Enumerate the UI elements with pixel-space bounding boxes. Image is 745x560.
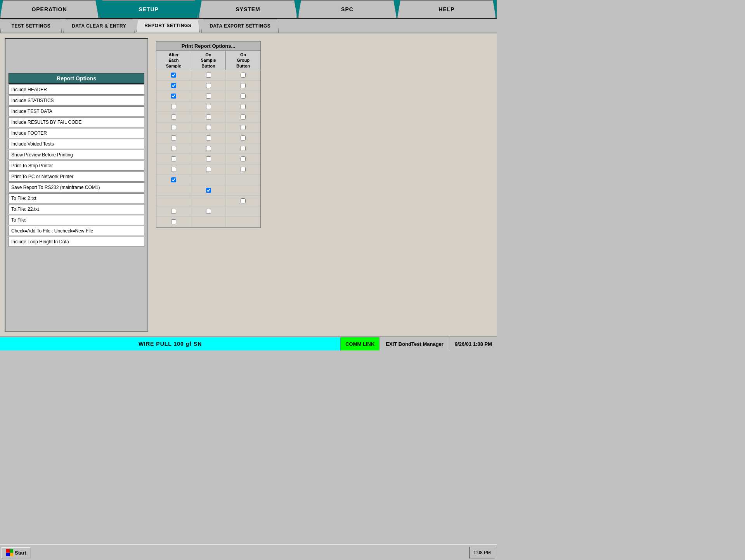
- checkbox-5-0[interactable]: [171, 125, 176, 130]
- checkbox-3-2[interactable]: [241, 104, 246, 109]
- checkbox-cell-9-1[interactable]: [191, 165, 226, 175]
- checkbox-row-9: [156, 165, 260, 175]
- checkbox-cell-10-0[interactable]: [156, 175, 191, 185]
- checkbox-10-0[interactable]: [171, 177, 176, 182]
- checkbox-7-1[interactable]: [206, 146, 211, 151]
- checkbox-cell-12-2[interactable]: [226, 196, 260, 206]
- checkbox-cell-7-2[interactable]: [226, 144, 260, 154]
- row-label-9: Save Report To RS232 (mainframe COM1): [9, 182, 144, 192]
- checkbox-cell-12-1: [191, 196, 226, 206]
- checkbox-cell-5-1[interactable]: [191, 123, 226, 133]
- checkbox-13-1[interactable]: [206, 209, 211, 214]
- checkbox-9-2[interactable]: [241, 167, 246, 172]
- checkbox-cell-10-2: [226, 175, 260, 185]
- report-options-header: Report Options: [9, 73, 144, 84]
- checkbox-5-1[interactable]: [206, 125, 211, 130]
- checkbox-cell-4-1[interactable]: [191, 112, 226, 122]
- checkbox-13-0[interactable]: [171, 209, 176, 214]
- checkbox-0-2[interactable]: [241, 73, 246, 78]
- checkbox-cell-11-0: [156, 186, 191, 196]
- checkbox-cell-14-0[interactable]: [156, 217, 191, 227]
- checkbox-cell-6-1[interactable]: [191, 133, 226, 143]
- checkbox-cell-7-0[interactable]: [156, 144, 191, 154]
- checkbox-3-1[interactable]: [206, 104, 211, 109]
- checkbox-12-2[interactable]: [241, 198, 246, 203]
- top-nav-tab-setup[interactable]: SETUP: [99, 0, 198, 18]
- checkbox-1-0[interactable]: [171, 83, 176, 88]
- checkbox-cell-3-1[interactable]: [191, 102, 226, 112]
- checkbox-8-0[interactable]: [171, 156, 176, 161]
- checkbox-6-1[interactable]: [206, 135, 211, 140]
- checkbox-6-0[interactable]: [171, 135, 176, 140]
- checkbox-cell-0-2[interactable]: [226, 70, 260, 80]
- checkbox-cell-1-2[interactable]: [226, 81, 260, 91]
- top-nav-tab-system[interactable]: SYSTEM: [199, 0, 297, 18]
- datetime-display: 9/26/01 1:08 PM: [450, 341, 497, 347]
- checkbox-cell-1-0[interactable]: [156, 81, 191, 91]
- checkbox-cell-6-2[interactable]: [226, 133, 260, 143]
- sub-nav-tab-report-settings[interactable]: REPORT SETTINGS: [136, 19, 200, 33]
- checkbox-cell-8-1[interactable]: [191, 154, 226, 164]
- checkbox-11-1[interactable]: [206, 188, 211, 193]
- col-header-2: OnGroupButton: [226, 51, 260, 70]
- checkbox-cell-13-0[interactable]: [156, 206, 191, 217]
- checkbox-cell-0-1[interactable]: [191, 70, 226, 80]
- row-label-5: Include Voided Tests: [9, 139, 144, 149]
- checkbox-9-0[interactable]: [171, 167, 176, 172]
- checkbox-9-1[interactable]: [206, 167, 211, 172]
- sub-nav-tab-data-clear-&-entry[interactable]: DATA CLEAR & ENTRY: [63, 19, 135, 33]
- checkbox-3-0[interactable]: [171, 104, 176, 109]
- checkbox-cell-3-2[interactable]: [226, 102, 260, 112]
- top-nav-tab-operation[interactable]: OPERATION: [0, 0, 99, 18]
- checkbox-cell-2-1[interactable]: [191, 91, 226, 101]
- top-navigation: OPERATIONSETUPSYSTEMSPCHELP: [0, 0, 497, 19]
- checkbox-cell-11-1[interactable]: [191, 186, 226, 196]
- checkbox-7-2[interactable]: [241, 146, 246, 151]
- checkbox-cell-4-0[interactable]: [156, 112, 191, 122]
- checkbox-0-1[interactable]: [206, 73, 211, 78]
- checkbox-cell-6-0[interactable]: [156, 133, 191, 143]
- checkbox-1-1[interactable]: [206, 83, 211, 88]
- checkbox-row-1: [156, 81, 260, 91]
- checkbox-4-1[interactable]: [206, 114, 211, 120]
- checkbox-4-2[interactable]: [241, 114, 246, 120]
- checkbox-cell-9-2[interactable]: [226, 165, 260, 175]
- checkbox-cell-7-1[interactable]: [191, 144, 226, 154]
- checkbox-2-2[interactable]: [241, 94, 246, 99]
- checkbox-cell-2-2[interactable]: [226, 91, 260, 101]
- top-nav-tab-help[interactable]: HELP: [397, 0, 496, 18]
- checkbox-5-2[interactable]: [241, 125, 246, 130]
- sub-navigation: TEST SETTINGSDATA CLEAR & ENTRYREPORT SE…: [0, 19, 497, 33]
- checkbox-row-11: [156, 186, 260, 196]
- checkbox-1-2[interactable]: [241, 83, 246, 88]
- checkbox-cell-4-2[interactable]: [226, 112, 260, 122]
- sub-nav-tab-test-settings[interactable]: TEST SETTINGS: [0, 19, 62, 33]
- checkbox-cell-5-0[interactable]: [156, 123, 191, 133]
- checkbox-cell-8-0[interactable]: [156, 154, 191, 164]
- checkbox-cell-2-0[interactable]: [156, 91, 191, 101]
- checkbox-cell-5-2[interactable]: [226, 123, 260, 133]
- checkbox-6-2[interactable]: [241, 135, 246, 140]
- checkbox-2-1[interactable]: [206, 94, 211, 99]
- row-label-12: To File:: [9, 215, 144, 225]
- checkbox-cell-3-0[interactable]: [156, 102, 191, 112]
- checkbox-cell-1-1[interactable]: [191, 81, 226, 91]
- checkbox-cell-8-2[interactable]: [226, 154, 260, 164]
- checkbox-2-0[interactable]: [171, 94, 176, 99]
- checkbox-0-0[interactable]: [171, 73, 176, 78]
- checkbox-cell-13-1[interactable]: [191, 206, 226, 217]
- checkbox-cell-0-0[interactable]: [156, 70, 191, 80]
- checkbox-4-0[interactable]: [171, 114, 176, 120]
- col-headers-row: AfterEachSampleOnSampleButtonOnGroupButt…: [156, 51, 260, 70]
- top-nav-tab-spc[interactable]: SPC: [298, 0, 397, 18]
- sub-nav-tab-data-export-settings[interactable]: DATA EXPORT SETTINGS: [201, 19, 279, 33]
- exit-button[interactable]: EXIT BondTest Manager: [379, 337, 450, 350]
- checkbox-8-2[interactable]: [241, 156, 246, 161]
- checkbox-cell-9-0[interactable]: [156, 165, 191, 175]
- row-label-4: Include FOOTER: [9, 128, 144, 138]
- checkbox-row-0: [156, 70, 260, 81]
- checkbox-7-0[interactable]: [171, 146, 176, 151]
- checkbox-14-0[interactable]: [171, 219, 176, 224]
- checkbox-row-8: [156, 154, 260, 165]
- checkbox-8-1[interactable]: [206, 156, 211, 161]
